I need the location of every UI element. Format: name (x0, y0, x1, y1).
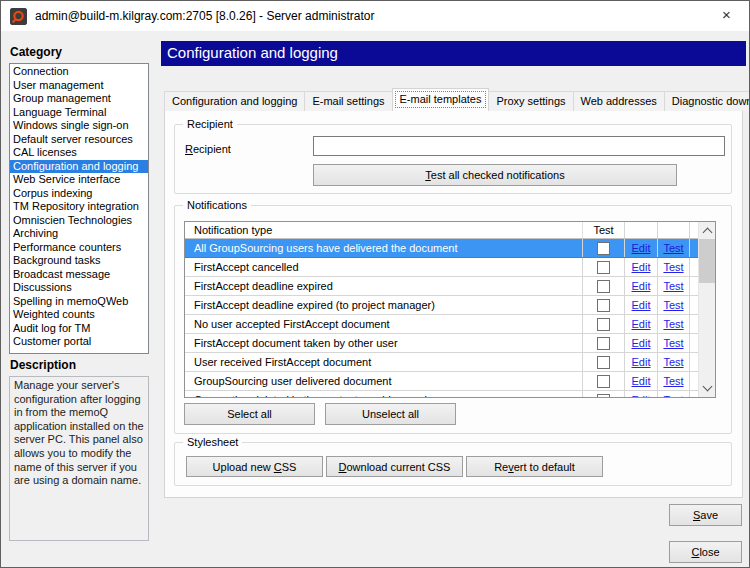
test-cell: Test (658, 239, 690, 257)
tab-configuration-and-logging[interactable]: Configuration and logging (164, 91, 305, 111)
close-button[interactable]: Close (669, 541, 742, 563)
sidebar-item[interactable]: Connection (10, 65, 148, 79)
window-close-button[interactable]: × (704, 1, 749, 30)
recipient-field-label: Recipient (185, 143, 231, 155)
tab-proxy-settings[interactable]: Proxy settings (488, 91, 573, 111)
notification-type-cell: FirstAccept document taken by other user (185, 334, 583, 352)
test-link[interactable]: Test (663, 337, 683, 349)
notification-type-cell: FirstAccept cancelled (185, 258, 583, 276)
test-checkbox[interactable] (597, 318, 610, 331)
recipient-input[interactable] (313, 136, 725, 156)
test-checkbox[interactable] (597, 337, 610, 350)
table-row[interactable]: No user accepted FirstAccept documentEdi… (185, 315, 715, 334)
table-row[interactable]: FirstAccept document taken by other user… (185, 334, 715, 353)
scroll-up-button[interactable] (699, 222, 716, 239)
edit-link[interactable]: Edit (632, 356, 651, 368)
test-checkbox[interactable] (597, 356, 610, 369)
sidebar-item[interactable]: Default server resources (10, 133, 148, 147)
sidebar-item[interactable]: Configuration and logging (10, 160, 148, 174)
test-checkbox[interactable] (597, 375, 610, 388)
edit-link[interactable]: Edit (632, 375, 651, 387)
sidebar-item[interactable]: Spelling in memoQWeb (10, 295, 148, 309)
test-checkbox-cell (583, 296, 625, 314)
edit-cell: Edit (625, 277, 658, 295)
table-row[interactable]: FirstAccept deadline expired (to project… (185, 296, 715, 315)
edit-link[interactable]: Edit (632, 299, 651, 311)
edit-link[interactable]: Edit (632, 261, 651, 273)
sidebar-item[interactable]: Windows single sign-on (10, 119, 148, 133)
sidebar-item[interactable]: Omniscien Technologies (10, 214, 148, 228)
sidebar-item[interactable]: Web Service interface (10, 173, 148, 187)
table-row[interactable]: FirstAccept cancelledEditTest (185, 258, 715, 277)
sidebar-item[interactable]: Discussions (10, 281, 148, 295)
test-checkbox[interactable] (597, 394, 610, 399)
test-checkbox-cell (583, 315, 625, 333)
test-cell: Test (658, 334, 690, 352)
save-button[interactable]: Save (669, 504, 742, 526)
sidebar-item[interactable]: CAL licenses (10, 146, 148, 160)
memoq-app-icon (10, 8, 27, 25)
test-checkbox[interactable] (597, 299, 610, 312)
server-administrator-window: admin@build-m.kilgray.com:2705 [8.0.26] … (0, 0, 750, 568)
scrollbar-thumb[interactable] (699, 239, 716, 283)
edit-link[interactable]: Edit (632, 318, 651, 330)
sidebar-item[interactable]: Weighted counts (10, 308, 148, 322)
test-link[interactable]: Test (663, 299, 683, 311)
test-checkbox[interactable] (597, 261, 610, 274)
table-row[interactable]: All GroupSourcing users have delivered t… (185, 239, 715, 258)
sidebar-item[interactable]: Group management (10, 92, 148, 106)
tab-diagnostic-downloads[interactable]: Diagnostic downloads (664, 91, 750, 111)
tab-e-mail-templates[interactable]: E-mail templates (392, 88, 490, 111)
edit-link[interactable]: Edit (632, 337, 651, 349)
sidebar-item[interactable]: Customer portal (10, 335, 148, 349)
recipient-group-label: Recipient (183, 118, 237, 131)
edit-cell: Edit (625, 391, 658, 398)
sidebar-item[interactable]: Performance counters (10, 241, 148, 255)
revert-to-default-button[interactable]: Revert to default (466, 456, 603, 477)
test-link[interactable]: Test (663, 394, 683, 398)
sidebar-item[interactable]: Background tasks (10, 254, 148, 268)
tab-web-addresses[interactable]: Web addresses (573, 91, 665, 111)
column-header-test: Test (583, 222, 625, 238)
sidebar-item[interactable]: Language Terminal (10, 106, 148, 120)
upload-new-css-button[interactable]: Upload new CSS (186, 456, 323, 477)
edit-cell: Edit (625, 334, 658, 352)
test-link[interactable]: Test (663, 280, 683, 292)
test-link[interactable]: Test (663, 318, 683, 330)
sidebar-item[interactable]: Broadcast message (10, 268, 148, 282)
category-list[interactable]: ConnectionUser managementGroup managemen… (9, 63, 149, 354)
edit-link[interactable]: Edit (632, 394, 651, 398)
table-row[interactable]: User received FirstAccept documentEditTe… (185, 353, 715, 372)
table-scrollbar[interactable] (698, 222, 715, 397)
test-link[interactable]: Test (663, 261, 683, 273)
notification-type-cell: GroupSourcing user delivered document (185, 372, 583, 390)
test-cell: Test (658, 315, 690, 333)
test-checkbox[interactable] (597, 242, 610, 255)
table-row[interactable]: FirstAccept deadline expiredEditTest (185, 277, 715, 296)
test-link[interactable]: Test (663, 242, 683, 254)
column-header-testlink (658, 222, 690, 238)
sidebar-item[interactable]: TM Repository integration (10, 200, 148, 214)
select-all-button[interactable]: Select all (184, 403, 315, 425)
tab-e-mail-settings[interactable]: E-mail settings (304, 91, 392, 111)
sidebar-item[interactable]: Corpus indexing (10, 187, 148, 201)
edit-link[interactable]: Edit (632, 242, 651, 254)
table-row[interactable]: Connection deleted in the content provid… (185, 391, 715, 398)
table-row[interactable]: GroupSourcing user delivered documentEdi… (185, 372, 715, 391)
unselect-all-button[interactable]: Unselect all (325, 403, 456, 425)
download-current-css-button[interactable]: Download current CSS (326, 456, 463, 477)
sidebar-item[interactable]: Archiving (10, 227, 148, 241)
edit-link[interactable]: Edit (632, 280, 651, 292)
test-link[interactable]: Test (663, 356, 683, 368)
test-checkbox[interactable] (597, 280, 610, 293)
sidebar-item[interactable]: User management (10, 79, 148, 93)
titlebar: admin@build-m.kilgray.com:2705 [8.0.26] … (1, 1, 749, 31)
scroll-down-button[interactable] (699, 380, 716, 397)
test-all-notifications-button[interactable]: Test all checked notifications (313, 164, 677, 186)
test-link[interactable]: Test (663, 375, 683, 387)
recipient-group: Recipient Recipient Test all checked not… (174, 124, 732, 194)
edit-cell: Edit (625, 296, 658, 314)
sidebar-item[interactable]: Audit log for TM (10, 322, 148, 336)
edit-cell: Edit (625, 258, 658, 276)
column-header-edit (625, 222, 658, 238)
